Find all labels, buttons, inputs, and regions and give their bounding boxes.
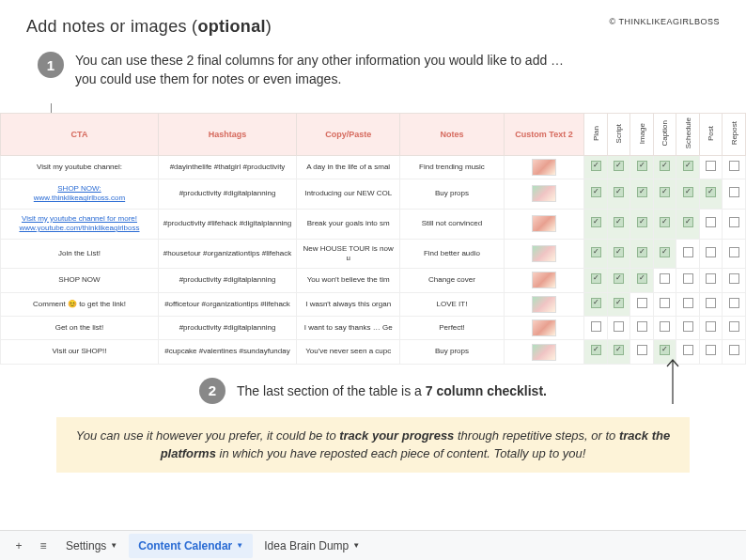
cell-copypaste[interactable]: I want to say thanks … Ge — [297, 317, 400, 340]
checkbox-cell[interactable] — [699, 317, 723, 340]
cell-custom-image[interactable] — [504, 269, 584, 292]
cell-hashtags[interactable]: #cupcake #valentines #sundayfunday — [158, 340, 296, 364]
checkbox-cell[interactable] — [699, 340, 723, 364]
checkbox-cell[interactable] — [723, 269, 746, 292]
checkbox-cell[interactable] — [653, 209, 676, 239]
checkbox-cell[interactable] — [607, 239, 630, 269]
checkbox-cell[interactable] — [676, 269, 700, 292]
cell-cta[interactable]: Visit my youtube channel: — [1, 155, 159, 179]
cell-custom-image[interactable] — [504, 317, 584, 340]
tab-settings[interactable]: Settings▼ — [56, 534, 127, 558]
cell-notes[interactable]: Find better audio — [400, 239, 504, 269]
checkbox-cell[interactable] — [676, 239, 700, 269]
cell-notes[interactable]: LOVE IT! — [400, 292, 504, 316]
checkbox-cell[interactable] — [676, 209, 700, 239]
cell-custom-image[interactable] — [504, 179, 584, 209]
cell-custom-image[interactable] — [504, 209, 584, 239]
checkbox-cell[interactable] — [607, 209, 630, 239]
checkbox-cell[interactable] — [676, 155, 700, 179]
cell-hashtags[interactable]: #productivity #digitalplanning — [158, 317, 296, 340]
checkbox-cell[interactable] — [584, 239, 608, 269]
checkbox-cell[interactable] — [607, 340, 630, 364]
checkbox-cell[interactable] — [653, 179, 676, 209]
cell-hashtags[interactable]: #officetour #organizationtips #lifehack — [158, 292, 296, 316]
cell-cta[interactable]: Join the List! — [1, 239, 159, 269]
cell-hashtags[interactable]: #dayinthelife #thatgirl #productivity — [158, 155, 296, 179]
checkbox-cell[interactable] — [584, 292, 608, 316]
checkbox-cell[interactable] — [676, 179, 700, 209]
cell-hashtags[interactable]: #productivity #digitalplanning — [158, 179, 296, 209]
checkbox-cell[interactable] — [723, 179, 746, 209]
cell-copypaste[interactable]: Introducing our NEW COL — [297, 179, 400, 209]
checkbox-cell[interactable] — [607, 179, 630, 209]
checkbox-cell[interactable] — [653, 292, 676, 316]
checkbox-cell[interactable] — [584, 340, 608, 364]
cell-custom-image[interactable] — [504, 239, 584, 269]
checkbox-cell[interactable] — [723, 317, 746, 340]
cell-copypaste[interactable]: A day in the life of a smal — [297, 155, 400, 179]
checkbox-cell[interactable] — [699, 179, 723, 209]
cell-cta[interactable]: Visit my youtube channel for more!www.yo… — [1, 209, 159, 239]
cell-notes[interactable]: Buy props — [400, 179, 504, 209]
cell-custom-image[interactable] — [504, 292, 584, 316]
cell-notes[interactable]: Find trending music — [400, 155, 504, 179]
cell-cta[interactable]: Comment 😊 to get the link! — [1, 292, 159, 316]
checkbox-cell[interactable] — [653, 269, 676, 292]
checkbox-cell[interactable] — [630, 269, 654, 292]
cell-copypaste[interactable]: I wasn't always this organ — [297, 292, 400, 316]
checkbox-cell[interactable] — [723, 155, 746, 179]
checkbox-cell[interactable] — [584, 209, 608, 239]
checkbox-cell[interactable] — [584, 155, 608, 179]
checkbox-cell[interactable] — [584, 179, 608, 209]
cell-cta[interactable]: SHOP NOW — [1, 269, 159, 292]
checkbox-cell[interactable] — [699, 155, 723, 179]
cell-notes[interactable]: Still not convinced — [400, 209, 504, 239]
cell-custom-image[interactable] — [504, 340, 584, 364]
checkbox-cell[interactable] — [630, 155, 654, 179]
cell-copypaste[interactable]: You won't believe the tim — [297, 269, 400, 292]
checkbox-cell[interactable] — [607, 155, 630, 179]
cell-copypaste[interactable]: New HOUSE TOUR is now u — [297, 239, 400, 269]
tab-content-calendar[interactable]: Content Calendar▼ — [129, 534, 253, 558]
checkbox-cell[interactable] — [723, 340, 746, 364]
checkbox-cell[interactable] — [723, 239, 746, 269]
checkbox-cell[interactable] — [607, 292, 630, 316]
cell-notes[interactable]: Change cover — [400, 269, 504, 292]
checkbox-cell[interactable] — [653, 239, 676, 269]
checkbox-cell[interactable] — [699, 239, 723, 269]
cell-cta[interactable]: Visit our SHOP!! — [1, 340, 159, 364]
cell-cta[interactable]: Get on the list! — [1, 317, 159, 340]
checkbox-cell[interactable] — [607, 269, 630, 292]
cell-notes[interactable]: Perfect! — [400, 317, 504, 340]
all-sheets-icon[interactable]: ≡ — [32, 535, 54, 557]
checkbox-cell[interactable] — [630, 239, 654, 269]
checkbox-cell[interactable] — [723, 292, 746, 316]
checkbox-cell[interactable] — [630, 340, 654, 364]
cell-cta[interactable]: SHOP NOW:www.thinklikeagirlboss.com — [1, 179, 159, 209]
checkbox-cell[interactable] — [653, 155, 676, 179]
checkbox-cell[interactable] — [723, 209, 746, 239]
checkbox-cell[interactable] — [630, 317, 654, 340]
add-sheet-icon[interactable]: + — [8, 535, 30, 557]
cell-custom-image[interactable] — [504, 155, 584, 179]
checkbox-cell[interactable] — [630, 209, 654, 239]
cell-copypaste[interactable]: Break your goals into sm — [297, 209, 400, 239]
checkbox-cell[interactable] — [607, 317, 630, 340]
checkbox-cell[interactable] — [584, 269, 608, 292]
cell-notes[interactable]: Buy props — [400, 340, 504, 364]
checkbox-cell[interactable] — [676, 317, 700, 340]
checkbox-cell[interactable] — [699, 292, 723, 316]
checkbox-cell[interactable] — [584, 317, 608, 340]
checkbox-cell[interactable] — [653, 340, 676, 364]
checkbox-cell[interactable] — [630, 179, 654, 209]
checkbox-cell[interactable] — [699, 269, 723, 292]
cell-hashtags[interactable]: #housetour #organizationtips #lifehack — [158, 239, 296, 269]
checkbox-cell[interactable] — [676, 340, 700, 364]
tab-idea-brain-dump[interactable]: Idea Brain Dump▼ — [255, 534, 369, 558]
cell-hashtags[interactable]: #productivity #lifehack #digitalplanning — [158, 209, 296, 239]
checkbox-cell[interactable] — [699, 209, 723, 239]
checkbox-cell[interactable] — [630, 292, 654, 316]
checkbox-cell[interactable] — [676, 292, 700, 316]
cell-copypaste[interactable]: You've never seen a cupc — [297, 340, 400, 364]
cell-hashtags[interactable]: #productivity #digitalplanning — [158, 269, 296, 292]
